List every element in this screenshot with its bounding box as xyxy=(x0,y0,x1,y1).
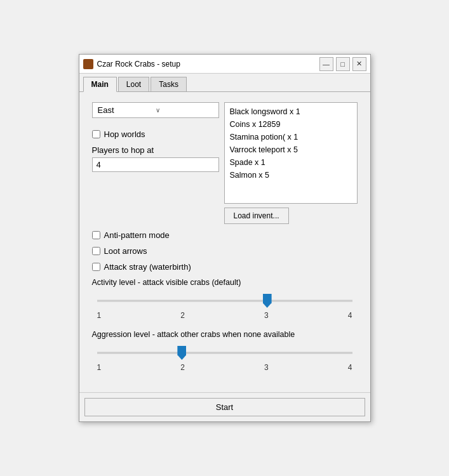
app-icon xyxy=(83,59,93,69)
inventory-item: Salmon x 5 xyxy=(230,169,352,182)
aggression-label-4: 4 xyxy=(348,363,352,372)
aggression-label-3: 3 xyxy=(264,363,269,372)
activity-label-3: 3 xyxy=(264,311,269,320)
players-to-hop-label: Players to hop at xyxy=(92,145,214,155)
activity-slider-track xyxy=(97,292,352,310)
loot-arrows-row: Loot arrows xyxy=(92,246,358,256)
inventory-item: Spade x 1 xyxy=(230,156,352,169)
activity-slider-label: Activity level - attack visible crabs (d… xyxy=(92,278,358,287)
close-button[interactable]: ✕ xyxy=(352,57,366,71)
loot-arrows-checkbox[interactable] xyxy=(92,247,100,255)
window-controls: — □ ✕ xyxy=(319,57,366,71)
attack-stray-row: Attack stray (waterbirth) xyxy=(92,262,358,272)
inventory-list: Black longsword x 1Coins x 12859Stamina … xyxy=(224,102,358,204)
activity-track-line xyxy=(97,300,352,302)
right-column: Black longsword x 1Coins x 12859Stamina … xyxy=(224,102,358,224)
anti-pattern-row: Anti-pattern mode xyxy=(92,230,358,240)
inventory-item: Varrock teleport x 5 xyxy=(230,143,352,156)
activity-slider-thumb[interactable] xyxy=(263,294,272,308)
main-window: Czar Rock Crabs - setup — □ ✕ Main Loot … xyxy=(79,54,371,422)
loot-arrows-label[interactable]: Loot arrows xyxy=(104,246,147,256)
hop-worlds-label[interactable]: Hop worlds xyxy=(104,129,145,139)
maximize-button[interactable]: □ xyxy=(336,57,350,71)
tab-tasks[interactable]: Tasks xyxy=(151,77,187,92)
aggression-slider-labels: 1 2 3 4 xyxy=(92,363,358,372)
start-button[interactable]: Start xyxy=(84,398,365,416)
inventory-item: Black longsword x 1 xyxy=(230,105,352,118)
activity-label-2: 2 xyxy=(180,311,185,320)
aggression-label-2: 2 xyxy=(180,363,185,372)
aggression-slider-section: Aggression level - attack other crabs wh… xyxy=(92,330,358,372)
attack-stray-checkbox[interactable] xyxy=(92,263,100,271)
title-bar: Czar Rock Crabs - setup — □ ✕ xyxy=(79,55,370,74)
inventory-item: Stamina potion( x 1 xyxy=(230,131,352,143)
activity-slider-section: Activity level - attack visible crabs (d… xyxy=(92,278,358,320)
aggression-track-line xyxy=(97,352,352,354)
activity-slider-labels: 1 2 3 4 xyxy=(92,311,358,320)
aggression-slider-label: Aggression level - attack other crabs wh… xyxy=(92,330,358,339)
anti-pattern-label[interactable]: Anti-pattern mode xyxy=(104,230,170,240)
load-invent-button[interactable]: Load invent... xyxy=(224,208,289,224)
location-value: East xyxy=(98,105,156,115)
window-title: Czar Rock Crabs - setup xyxy=(97,60,319,69)
aggression-slider-thumb[interactable] xyxy=(177,346,186,360)
aggression-slider-track xyxy=(97,344,352,362)
tab-loot[interactable]: Loot xyxy=(118,77,149,92)
aggression-label-1: 1 xyxy=(97,363,102,372)
inventory-item: Coins x 12859 xyxy=(230,118,352,131)
tab-main[interactable]: Main xyxy=(83,77,117,92)
hop-worlds-checkbox[interactable] xyxy=(92,130,100,138)
top-row: East ∨ Hop worlds Players to hop at Blac… xyxy=(92,102,358,224)
activity-label-1: 1 xyxy=(97,311,102,320)
players-to-hop-input[interactable] xyxy=(92,157,219,172)
location-dropdown[interactable]: East ∨ xyxy=(92,102,219,118)
activity-label-4: 4 xyxy=(348,311,352,320)
left-column: East ∨ Hop worlds Players to hop at xyxy=(92,102,214,224)
start-bar: Start xyxy=(79,392,370,421)
anti-pattern-checkbox[interactable] xyxy=(92,231,100,239)
minimize-button[interactable]: — xyxy=(319,57,333,71)
attack-stray-label[interactable]: Attack stray (waterbirth) xyxy=(104,262,191,272)
hop-worlds-row: Hop worlds xyxy=(92,129,214,139)
players-to-hop-section: Players to hop at xyxy=(92,145,214,172)
tab-bar: Main Loot Tasks xyxy=(79,74,370,92)
main-content: East ∨ Hop worlds Players to hop at Blac… xyxy=(79,92,370,392)
dropdown-arrow-icon: ∨ xyxy=(156,107,213,114)
